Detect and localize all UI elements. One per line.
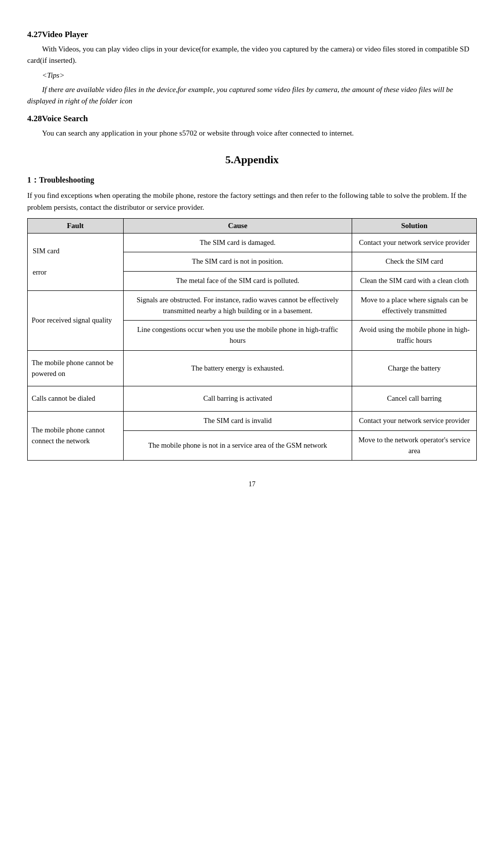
troubleshooting-section: 1：Troubleshooting If you find exceptions… <box>27 175 477 461</box>
cause-call-barring: Call barring is activated <box>123 386 352 412</box>
fault-sim-card: SIM carderror <box>28 233 124 290</box>
col-solution: Solution <box>352 218 477 233</box>
solution-contact-provider-1: Contact your network service provider <box>352 233 477 252</box>
fault-cannot-power-on: The mobile phone cannot be powered on <box>28 350 124 386</box>
section-427: 4.27Video Player With Videos, you can pl… <box>27 30 477 107</box>
cause-sim-invalid: The SIM card is invalid <box>123 412 352 431</box>
section-428: 4.28Voice Search You can search any appl… <box>27 114 477 139</box>
cause-sim-not-in-position: The SIM card is not in position. <box>123 252 352 272</box>
col-cause: Cause <box>123 218 352 233</box>
table-row: SIM carderror The SIM card is damaged. C… <box>28 233 477 252</box>
cause-signals-obstructed: Signals are obstructed. For instance, ra… <box>123 290 352 321</box>
cause-sim-polluted: The metal face of the SIM card is pollut… <box>123 272 352 291</box>
cause-line-congestion: Line congestions occur when you use the … <box>123 321 352 351</box>
solution-avoid-traffic: Avoid using the mobile phone in high-tra… <box>352 321 477 351</box>
cause-battery-exhausted: The battery energy is exhausted. <box>123 350 352 386</box>
col-fault: Fault <box>28 218 124 233</box>
section-428-title: 4.28Voice Search <box>27 114 477 124</box>
table-row: Poor received signal quality Signals are… <box>28 290 477 321</box>
fault-cannot-connect-network: The mobile phone cannot connect the netw… <box>28 412 124 461</box>
troubleshooting-intro: If you find exceptions when operating th… <box>27 189 477 213</box>
fault-poor-signal: Poor received signal quality <box>28 290 124 350</box>
section-427-tips-body: If there are available video files in th… <box>27 84 477 107</box>
solution-move-signal: Move to a place where signals can be eff… <box>352 290 477 321</box>
troubleshooting-table: Fault Cause Solution SIM carderror The S… <box>27 218 477 461</box>
solution-check-sim: Check the SIM card <box>352 252 477 272</box>
solution-clean-sim: Clean the SIM card with a clean cloth <box>352 272 477 291</box>
troubleshooting-title: 1：Troubleshooting <box>27 175 477 186</box>
page-number: 17 <box>27 480 477 488</box>
cause-sim-damaged: The SIM card is damaged. <box>123 233 352 252</box>
fault-calls-cannot-dial: Calls cannot be dialed <box>28 386 124 412</box>
section-427-tips-label: <Tips> <box>27 70 477 81</box>
solution-cancel-barring: Cancel call barring <box>352 386 477 412</box>
table-row: The mobile phone cannot be powered on Th… <box>28 350 477 386</box>
solution-move-operator-area: Move to the network operator's service a… <box>352 430 477 461</box>
section-428-para1: You can search any application in your p… <box>27 128 477 139</box>
table-row: Calls cannot be dialed Call barring is a… <box>28 386 477 412</box>
solution-charge-battery: Charge the battery <box>352 350 477 386</box>
chapter-heading: 5.Appendix <box>27 153 477 166</box>
table-row: The mobile phone cannot connect the netw… <box>28 412 477 431</box>
section-427-para1: With Videos, you can play video clips in… <box>27 44 477 67</box>
section-427-title: 4.27Video Player <box>27 30 477 40</box>
cause-not-in-service-area: The mobile phone is not in a service are… <box>123 430 352 461</box>
solution-contact-provider-2: Contact your network service provider <box>352 412 477 431</box>
